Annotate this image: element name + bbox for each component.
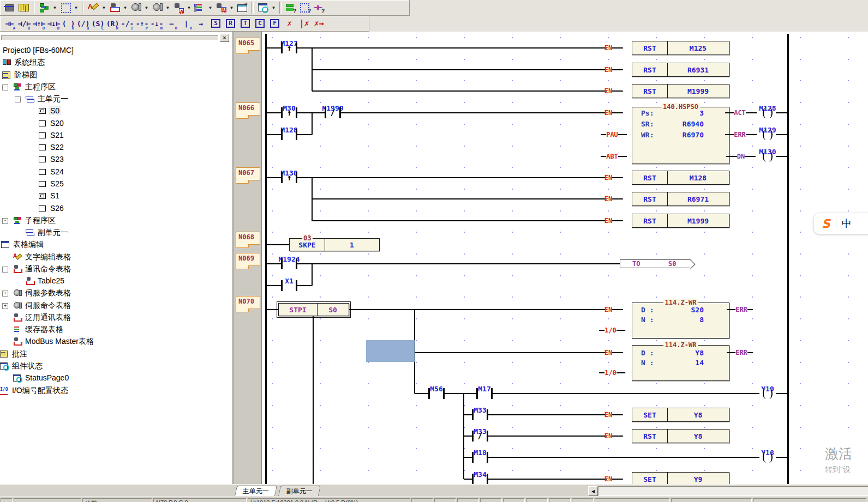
servo-command-table-button[interactable] [150, 1, 164, 14]
function-block-rst-y8[interactable]: RSTY8 [632, 429, 729, 443]
tree-expander[interactable]: - [2, 267, 8, 273]
function-block-114-z-wr[interactable]: 114.Z-WRD :Y8N :14 [632, 345, 729, 381]
ladder-contact-nc[interactable]: / [472, 431, 488, 441]
project-tree-button[interactable] [37, 1, 51, 14]
ime-indicator[interactable]: S 中 [814, 213, 868, 234]
arrow-tool[interactable]: → [194, 16, 208, 31]
contact-no-tool[interactable]: ⊣⊢A [2, 16, 17, 31]
function-block-114-z-wr[interactable]: 114.Z-WRD :S20N :8 [632, 303, 729, 338]
text-edit-table-button-dropdown[interactable]: ▼ [100, 1, 107, 14]
panel-grip[interactable] [1, 35, 218, 40]
delete-hline-tool[interactable]: ✗→ [312, 16, 326, 31]
text-edit-table-button[interactable] [86, 1, 100, 14]
counter-tool[interactable]: C [253, 16, 267, 31]
contact-nc-tool[interactable]: ⊣/⊢B [17, 16, 32, 31]
vline-tool[interactable]: |V [179, 16, 194, 31]
function-block-rst-r6971[interactable]: RSTR6971 [632, 192, 729, 206]
project-tree-button-dropdown[interactable]: ▼ [51, 1, 58, 14]
network-label-N069[interactable]: N069 [236, 253, 260, 266]
falling-line-tool[interactable]: -↓-N [149, 16, 164, 31]
delete-element-tool[interactable]: ✗ [282, 16, 297, 31]
contact-falling-tool[interactable]: ⊣↓⊢D [46, 16, 61, 31]
invert-tool[interactable]: -/-I [120, 16, 135, 31]
ladder-view-button[interactable] [58, 1, 73, 14]
status-query-button[interactable] [284, 1, 298, 14]
tree-expander[interactable]: - [15, 96, 21, 102]
ladder-contact-rise[interactable]: ↑ [281, 107, 297, 118]
jump-to-step-box[interactable]: TOS0 [620, 259, 691, 268]
ladder-coil[interactable] [759, 107, 776, 118]
function-tool[interactable]: F [267, 16, 282, 31]
register-table-button[interactable] [193, 1, 207, 14]
function-block-rst-m125[interactable]: RSTM125 [632, 41, 729, 55]
ladder-contact-no[interactable] [476, 388, 493, 399]
modbus-table-button-dropdown[interactable]: ▼ [228, 1, 235, 14]
network-label-N066[interactable]: N066 [236, 102, 260, 116]
comm-command-table-button[interactable] [107, 1, 122, 14]
table-cut-button[interactable] [235, 1, 249, 14]
function-block-rst-m128[interactable]: RSTM128 [632, 171, 729, 185]
offline-simulation-button[interactable] [2, 1, 16, 14]
ladder-coil[interactable] [759, 452, 776, 463]
ladder-contact-no[interactable] [472, 409, 488, 420]
instruction-block-skpe[interactable]: 03SKPE1 [289, 238, 380, 251]
relay-tool[interactable]: R [223, 16, 238, 31]
tab-主单元一[interactable]: 主单元一 [235, 486, 277, 496]
ladder-contact-no[interactable] [428, 388, 445, 399]
horizontal-scrollbar[interactable] [598, 486, 868, 496]
network-label-N070[interactable]: N070 [236, 296, 260, 309]
ladder-contact-rise[interactable]: ↑ [281, 172, 297, 183]
register-table-button-dropdown[interactable]: ▼ [207, 1, 214, 14]
tab-副单元一[interactable]: 副单元一 [278, 486, 321, 496]
tree-expander[interactable]: + [2, 303, 8, 309]
ladder-contact-rise[interactable]: ↑ [281, 43, 297, 53]
ladder-editor[interactable]: N065M127↑ENRSTM125ENRSTR6931ENRSTM1999N0… [234, 32, 868, 484]
delete-vline-tool[interactable]: |✗ [297, 16, 312, 31]
coil-set-tool[interactable]: (S)E [91, 16, 105, 31]
component-status-find-button[interactable] [256, 1, 270, 14]
function-block-rst-m1999[interactable]: RSTM1999 [632, 214, 729, 228]
function-block-rst-m1999[interactable]: RSTM1999 [632, 84, 729, 98]
servo-param-table-button-dropdown[interactable]: ▼ [143, 1, 150, 14]
function-block-set-y8[interactable]: SETY8 [632, 408, 729, 422]
project-library-button[interactable] [16, 1, 31, 14]
rising-line-tool[interactable]: -↑-P [135, 16, 149, 31]
component-status-find-button-dropdown[interactable]: ▼ [270, 1, 277, 14]
ladder-contact-no[interactable] [281, 258, 297, 269]
coil-reset-tool[interactable]: (R)R [105, 16, 120, 31]
tab-scroll-left-button[interactable]: ◀ [588, 486, 598, 496]
ladder-contact-nc[interactable]: / [325, 107, 341, 118]
hline-tool[interactable]: —H [164, 16, 179, 31]
contact-rising-tool[interactable]: ⊣↑⊢U [32, 16, 46, 31]
coil-not-tool[interactable]: (/)Q [76, 16, 91, 31]
comm-command-table-button-dropdown[interactable]: ▼ [122, 1, 129, 14]
ladder-contact-no[interactable] [472, 474, 488, 484]
ladder-query-button[interactable] [298, 1, 312, 14]
function-block-rst-r6931[interactable]: RSTR6931 [632, 63, 729, 77]
contact-query-button[interactable] [312, 1, 326, 14]
function-block-140-hspso[interactable]: 140.HSPSOPs:3SR:R6940WR:R6970 [632, 107, 729, 164]
ladder-view-button-dropdown[interactable]: ▼ [73, 1, 80, 14]
ladder-contact-no[interactable] [281, 129, 297, 140]
ladder-contact-no[interactable] [281, 280, 297, 291]
timer-tool[interactable]: T [238, 16, 253, 31]
tree-expander[interactable]: - [2, 218, 8, 224]
coil-out-tool[interactable]: ( )O [61, 16, 76, 31]
ladder-coil[interactable] [759, 129, 776, 140]
ladder-coil[interactable] [759, 388, 776, 399]
ladder-contact-no[interactable] [472, 452, 488, 463]
function-block-set-y9[interactable]: SETY9 [632, 472, 729, 484]
step-tool[interactable]: S [208, 16, 223, 31]
network-label-N065[interactable]: N065 [236, 38, 260, 51]
tree-expander[interactable]: - [2, 84, 8, 90]
close-icon[interactable]: × [220, 34, 229, 42]
network-label-N068[interactable]: N068 [236, 232, 260, 245]
tree-expander[interactable]: + [2, 291, 8, 297]
instruction-block-stpi[interactable]: STPIS0 [278, 303, 349, 316]
network-label-N067[interactable]: N067 [236, 167, 260, 180]
ladder-coil[interactable] [759, 151, 776, 162]
servo-command-table-button-dropdown[interactable]: ▼ [164, 1, 171, 14]
modbus-table-button[interactable] [214, 1, 228, 14]
general-comm-table-button-dropdown[interactable]: ▼ [185, 1, 193, 14]
general-comm-table-button[interactable] [171, 1, 185, 14]
